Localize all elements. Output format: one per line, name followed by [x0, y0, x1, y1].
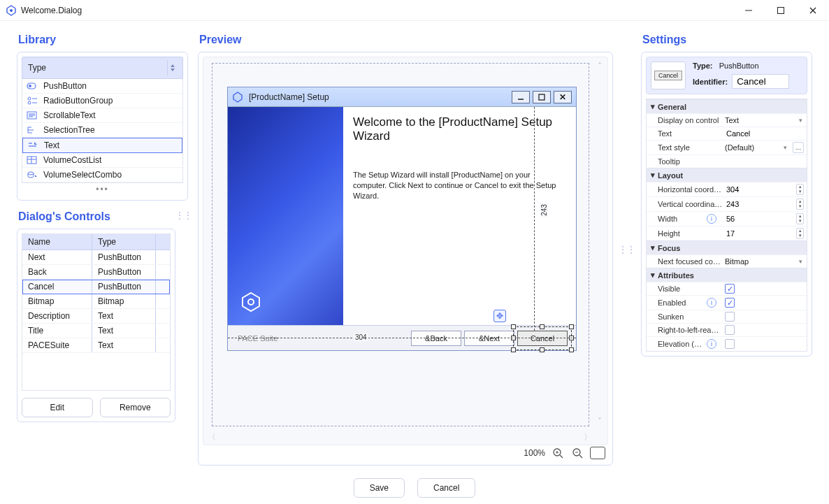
preview-dialog[interactable]: [ProductName] Setup ✕ Welcome to the [Pr [227, 87, 577, 351]
prop-value-text: (Default) [725, 143, 754, 152]
cat-general[interactable]: ▾General [647, 99, 807, 113]
library-item-pushbutton[interactable]: PushButton [22, 79, 182, 94]
table-row[interactable]: CancelPushButton [22, 280, 170, 294]
svg-point-10 [28, 97, 31, 100]
chevron-down-icon[interactable]: ▾ [799, 117, 804, 124]
spinner-icon[interactable]: ▲▼ [796, 184, 804, 195]
spinner-icon[interactable]: ▲▼ [796, 228, 804, 239]
window-minimize-button[interactable] [733, 0, 765, 21]
info-icon[interactable]: i [707, 339, 716, 349]
dialog-close-icon[interactable]: ✕ [554, 91, 572, 103]
prop-display-on-control-value[interactable]: Text▾ [722, 115, 807, 126]
canvas-vscroll[interactable]: ˄ ˅ [598, 62, 606, 426]
sunken-checkbox[interactable]: ✓ [725, 312, 735, 322]
svg-marker-6 [171, 64, 175, 67]
hcoord-input[interactable] [725, 185, 793, 194]
width-input[interactable] [725, 214, 793, 224]
canvas-hscroll[interactable]: 〈 〉 [208, 432, 592, 442]
thumbnail-label: Cancel [654, 71, 682, 80]
visible-checkbox[interactable]: ✓ [725, 284, 735, 294]
summary-type-key: Type: [693, 62, 713, 70]
cat-focus[interactable]: ▾Focus [647, 240, 807, 254]
zoom-out-icon[interactable] [570, 447, 584, 459]
chevron-up-icon[interactable]: ˄ [598, 62, 606, 71]
library-item-selectiontree[interactable]: SelectionTree [22, 123, 182, 138]
cat-attributes-label: Attributes [658, 271, 694, 280]
rtl-checkbox[interactable]: ✓ [725, 325, 735, 335]
fit-screen-icon[interactable] [590, 447, 605, 459]
dialog-minimize-icon[interactable] [512, 91, 530, 103]
summary-id-key: Identifier: [693, 78, 728, 86]
library-item-radiobuttongroup[interactable]: RadioButtonGroup [22, 94, 182, 108]
library-column-label: Type [28, 63, 46, 73]
cat-attributes[interactable]: ▾Attributes [647, 268, 807, 282]
library-item-scrollabletext[interactable]: ScrollableText [22, 108, 182, 123]
prop-text-style-value[interactable]: (Default)▾… [722, 141, 807, 154]
panel-resize-grip[interactable]: ⋮⋮ [180, 210, 188, 220]
prop-width-value[interactable]: ▲▼ [722, 212, 807, 226]
col-name-header[interactable]: Name [22, 234, 92, 250]
control-type-icon [27, 155, 38, 165]
spinner-icon[interactable]: ▲▼ [796, 213, 804, 224]
prop-vcoord-value[interactable]: ▲▼ [722, 197, 807, 211]
library-item-text[interactable]: Text [22, 138, 182, 153]
table-row[interactable]: NextPushButton [22, 250, 170, 265]
prop-width: Widthi [647, 212, 722, 226]
col-type-header[interactable]: Type [92, 234, 156, 250]
prop-text-input[interactable] [725, 129, 804, 138]
info-icon[interactable]: i [707, 298, 716, 308]
table-row[interactable]: DescriptionText [22, 309, 170, 324]
overflow-icon[interactable]: ••• [22, 183, 183, 196]
info-icon[interactable]: i [707, 214, 716, 224]
chevron-down-icon[interactable]: ˅ [598, 417, 606, 426]
elevation-checkbox[interactable]: ✓ [725, 339, 735, 349]
prop-display-on-control: Display on control [647, 114, 722, 127]
table-row[interactable]: BitmapBitmap [22, 294, 170, 309]
cat-layout[interactable]: ▾Layout [647, 168, 807, 182]
prop-text-value[interactable] [722, 127, 807, 140]
ruler-y-label: 243 [540, 203, 548, 217]
dialog-maximize-icon[interactable] [533, 91, 551, 103]
controls-panel: Name Type NextPushButtonBackPushButtonCa… [17, 229, 175, 422]
cell-type: Text [92, 324, 156, 338]
chevron-down-icon[interactable]: ▾ [784, 144, 788, 151]
prop-next-focus-value[interactable]: Bitmap▾ [722, 256, 807, 267]
prop-tooltip-value[interactable] [722, 155, 807, 168]
library-item-volumecostlist[interactable]: VolumeCostList [22, 153, 182, 168]
cell-name: Bitmap [22, 294, 92, 308]
spinner-icon[interactable]: ▲▼ [796, 199, 804, 210]
height-input[interactable] [725, 229, 793, 238]
vcoord-input[interactable] [725, 199, 793, 209]
library-column-header[interactable]: Type [22, 57, 183, 79]
remove-button[interactable]: Remove [100, 398, 171, 417]
preview-canvas[interactable]: [ProductName] Setup ✕ Welcome to the [Pr [203, 57, 608, 445]
chevron-down-icon[interactable]: ▾ [799, 258, 804, 265]
table-row[interactable]: BackPushButton [22, 265, 170, 280]
chevron-left-icon[interactable]: 〈 [208, 431, 216, 443]
window-close-button[interactable] [797, 0, 829, 21]
chevron-right-icon[interactable]: 〉 [584, 431, 592, 443]
edit-button[interactable]: Edit [22, 398, 93, 417]
library-item-volumeselectcombo[interactable]: VolumeSelectCombo [22, 168, 182, 182]
cell-name: Back [22, 265, 92, 279]
move-handle-icon[interactable]: ✥ [493, 310, 506, 322]
panel-resize-grip-right[interactable]: ⋮⋮ [623, 34, 631, 466]
selection-summary: Cancel Type: PushButton Identifier: [646, 57, 807, 94]
identifier-input[interactable] [732, 74, 789, 89]
prop-tooltip-input[interactable] [725, 157, 804, 166]
table-row[interactable]: TitleText [22, 324, 170, 338]
table-row[interactable]: PACESuiteText [22, 338, 170, 353]
ellipsis-button[interactable]: … [793, 142, 804, 153]
prop-hcoord-value[interactable]: ▲▼ [722, 182, 807, 196]
svg-marker-28 [35, 175, 37, 177]
controls-grid: Name Type NextPushButtonBackPushButtonCa… [22, 233, 171, 391]
prop-height-value[interactable]: ▲▼ [722, 226, 807, 240]
sort-icon[interactable] [167, 60, 177, 75]
preview-heading: Preview [199, 34, 613, 46]
enabled-checkbox[interactable]: ✓ [725, 298, 735, 308]
window-maximize-button[interactable] [765, 0, 797, 21]
save-button[interactable]: Save [354, 478, 405, 498]
control-type-icon [27, 110, 38, 120]
zoom-in-icon[interactable] [551, 447, 565, 459]
cancel-button[interactable]: Cancel [417, 478, 475, 498]
